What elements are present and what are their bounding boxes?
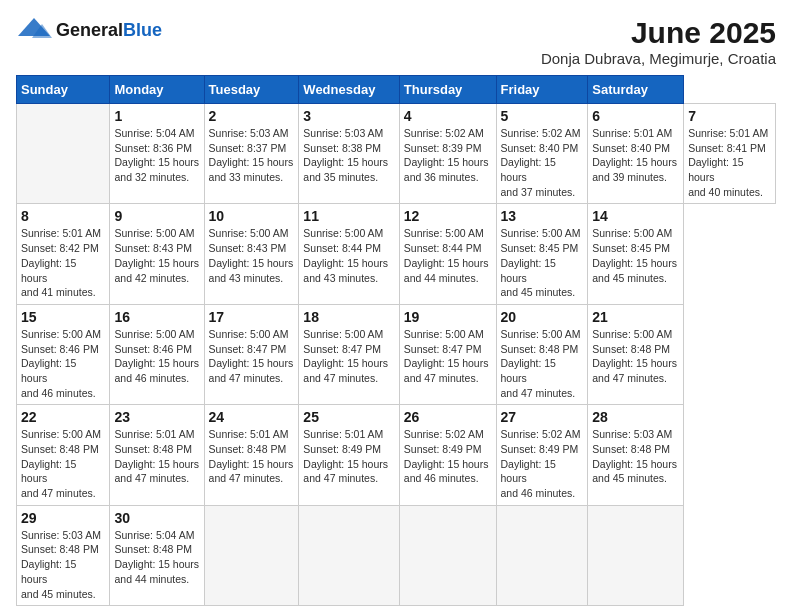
day-cell-3: 3Sunrise: 5:03 AM Sunset: 8:38 PM Daylig… <box>299 104 399 204</box>
day-detail: Sunrise: 5:00 AM Sunset: 8:48 PM Dayligh… <box>21 427 105 500</box>
day-detail: Sunrise: 5:00 AM Sunset: 8:44 PM Dayligh… <box>404 226 492 285</box>
day-cell-10: 10Sunrise: 5:00 AM Sunset: 8:43 PM Dayli… <box>204 204 299 304</box>
day-detail: Sunrise: 5:01 AM Sunset: 8:48 PM Dayligh… <box>209 427 295 486</box>
day-detail: Sunrise: 5:00 AM Sunset: 8:44 PM Dayligh… <box>303 226 394 285</box>
day-detail: Sunrise: 5:01 AM Sunset: 8:48 PM Dayligh… <box>114 427 199 486</box>
day-cell-23: 23Sunrise: 5:01 AM Sunset: 8:48 PM Dayli… <box>110 405 204 505</box>
header-cell-saturday: Saturday <box>588 76 684 104</box>
day-cell-22: 22Sunrise: 5:00 AM Sunset: 8:48 PM Dayli… <box>17 405 110 505</box>
header-cell-monday: Monday <box>110 76 204 104</box>
day-number: 24 <box>209 409 295 425</box>
day-detail: Sunrise: 5:00 AM Sunset: 8:48 PM Dayligh… <box>501 327 584 400</box>
day-cell-11: 11Sunrise: 5:00 AM Sunset: 8:44 PM Dayli… <box>299 204 399 304</box>
day-number: 11 <box>303 208 394 224</box>
day-number: 20 <box>501 309 584 325</box>
header-row: SundayMondayTuesdayWednesdayThursdayFrid… <box>17 76 776 104</box>
day-cell-14: 14Sunrise: 5:00 AM Sunset: 8:45 PM Dayli… <box>588 204 684 304</box>
calendar-subtitle: Donja Dubrava, Megimurje, Croatia <box>541 50 776 67</box>
week-row-1: 8Sunrise: 5:01 AM Sunset: 8:42 PM Daylig… <box>17 204 776 304</box>
day-cell-empty <box>588 505 684 605</box>
logo-general: General <box>56 20 123 40</box>
day-cell-empty <box>496 505 588 605</box>
title-block: June 2025 Donja Dubrava, Megimurje, Croa… <box>541 16 776 67</box>
day-detail: Sunrise: 5:04 AM Sunset: 8:48 PM Dayligh… <box>114 528 199 587</box>
day-cell-16: 16Sunrise: 5:00 AM Sunset: 8:46 PM Dayli… <box>110 304 204 404</box>
day-cell-26: 26Sunrise: 5:02 AM Sunset: 8:49 PM Dayli… <box>399 405 496 505</box>
day-cell-empty <box>17 104 110 204</box>
day-cell-21: 21Sunrise: 5:00 AM Sunset: 8:48 PM Dayli… <box>588 304 684 404</box>
day-detail: Sunrise: 5:01 AM Sunset: 8:41 PM Dayligh… <box>688 126 771 199</box>
day-cell-13: 13Sunrise: 5:00 AM Sunset: 8:45 PM Dayli… <box>496 204 588 304</box>
day-number: 23 <box>114 409 199 425</box>
day-number: 29 <box>21 510 105 526</box>
week-row-2: 15Sunrise: 5:00 AM Sunset: 8:46 PM Dayli… <box>17 304 776 404</box>
day-detail: Sunrise: 5:02 AM Sunset: 8:39 PM Dayligh… <box>404 126 492 185</box>
day-number: 2 <box>209 108 295 124</box>
day-detail: Sunrise: 5:00 AM Sunset: 8:45 PM Dayligh… <box>501 226 584 299</box>
day-detail: Sunrise: 5:02 AM Sunset: 8:49 PM Dayligh… <box>501 427 584 500</box>
page-header: GeneralBlue June 2025 Donja Dubrava, Meg… <box>16 16 776 67</box>
day-cell-7: 7Sunrise: 5:01 AM Sunset: 8:41 PM Daylig… <box>684 104 776 204</box>
day-detail: Sunrise: 5:01 AM Sunset: 8:49 PM Dayligh… <box>303 427 394 486</box>
day-cell-27: 27Sunrise: 5:02 AM Sunset: 8:49 PM Dayli… <box>496 405 588 505</box>
day-number: 14 <box>592 208 679 224</box>
logo-blue: Blue <box>123 20 162 40</box>
calendar-body: 1Sunrise: 5:04 AM Sunset: 8:36 PM Daylig… <box>17 104 776 606</box>
day-number: 3 <box>303 108 394 124</box>
day-cell-24: 24Sunrise: 5:01 AM Sunset: 8:48 PM Dayli… <box>204 405 299 505</box>
header-cell-tuesday: Tuesday <box>204 76 299 104</box>
day-cell-12: 12Sunrise: 5:00 AM Sunset: 8:44 PM Dayli… <box>399 204 496 304</box>
day-cell-19: 19Sunrise: 5:00 AM Sunset: 8:47 PM Dayli… <box>399 304 496 404</box>
day-number: 1 <box>114 108 199 124</box>
day-cell-17: 17Sunrise: 5:00 AM Sunset: 8:47 PM Dayli… <box>204 304 299 404</box>
day-cell-empty <box>204 505 299 605</box>
day-detail: Sunrise: 5:01 AM Sunset: 8:40 PM Dayligh… <box>592 126 679 185</box>
day-number: 6 <box>592 108 679 124</box>
week-row-4: 29Sunrise: 5:03 AM Sunset: 8:48 PM Dayli… <box>17 505 776 605</box>
day-number: 19 <box>404 309 492 325</box>
day-number: 28 <box>592 409 679 425</box>
day-cell-8: 8Sunrise: 5:01 AM Sunset: 8:42 PM Daylig… <box>17 204 110 304</box>
day-number: 7 <box>688 108 771 124</box>
day-detail: Sunrise: 5:04 AM Sunset: 8:36 PM Dayligh… <box>114 126 199 185</box>
day-detail: Sunrise: 5:00 AM Sunset: 8:45 PM Dayligh… <box>592 226 679 285</box>
day-cell-29: 29Sunrise: 5:03 AM Sunset: 8:48 PM Dayli… <box>17 505 110 605</box>
header-cell-sunday: Sunday <box>17 76 110 104</box>
week-row-0: 1Sunrise: 5:04 AM Sunset: 8:36 PM Daylig… <box>17 104 776 204</box>
header-cell-friday: Friday <box>496 76 588 104</box>
week-row-3: 22Sunrise: 5:00 AM Sunset: 8:48 PM Dayli… <box>17 405 776 505</box>
day-number: 9 <box>114 208 199 224</box>
day-cell-18: 18Sunrise: 5:00 AM Sunset: 8:47 PM Dayli… <box>299 304 399 404</box>
day-number: 25 <box>303 409 394 425</box>
day-cell-15: 15Sunrise: 5:00 AM Sunset: 8:46 PM Dayli… <box>17 304 110 404</box>
day-detail: Sunrise: 5:00 AM Sunset: 8:46 PM Dayligh… <box>21 327 105 400</box>
day-number: 21 <box>592 309 679 325</box>
day-cell-2: 2Sunrise: 5:03 AM Sunset: 8:37 PM Daylig… <box>204 104 299 204</box>
day-detail: Sunrise: 5:01 AM Sunset: 8:42 PM Dayligh… <box>21 226 105 299</box>
day-cell-5: 5Sunrise: 5:02 AM Sunset: 8:40 PM Daylig… <box>496 104 588 204</box>
day-detail: Sunrise: 5:00 AM Sunset: 8:43 PM Dayligh… <box>114 226 199 285</box>
day-number: 27 <box>501 409 584 425</box>
logo-icon <box>16 16 52 44</box>
day-number: 15 <box>21 309 105 325</box>
day-number: 12 <box>404 208 492 224</box>
day-cell-empty <box>299 505 399 605</box>
day-cell-30: 30Sunrise: 5:04 AM Sunset: 8:48 PM Dayli… <box>110 505 204 605</box>
day-number: 30 <box>114 510 199 526</box>
day-number: 26 <box>404 409 492 425</box>
day-detail: Sunrise: 5:00 AM Sunset: 8:47 PM Dayligh… <box>303 327 394 386</box>
day-number: 16 <box>114 309 199 325</box>
day-cell-1: 1Sunrise: 5:04 AM Sunset: 8:36 PM Daylig… <box>110 104 204 204</box>
day-cell-6: 6Sunrise: 5:01 AM Sunset: 8:40 PM Daylig… <box>588 104 684 204</box>
day-detail: Sunrise: 5:03 AM Sunset: 8:38 PM Dayligh… <box>303 126 394 185</box>
day-number: 4 <box>404 108 492 124</box>
calendar-header: SundayMondayTuesdayWednesdayThursdayFrid… <box>17 76 776 104</box>
day-cell-20: 20Sunrise: 5:00 AM Sunset: 8:48 PM Dayli… <box>496 304 588 404</box>
header-cell-thursday: Thursday <box>399 76 496 104</box>
logo: GeneralBlue <box>16 16 162 44</box>
day-cell-empty <box>399 505 496 605</box>
header-cell-wednesday: Wednesday <box>299 76 399 104</box>
day-detail: Sunrise: 5:02 AM Sunset: 8:49 PM Dayligh… <box>404 427 492 486</box>
day-detail: Sunrise: 5:00 AM Sunset: 8:48 PM Dayligh… <box>592 327 679 386</box>
day-cell-25: 25Sunrise: 5:01 AM Sunset: 8:49 PM Dayli… <box>299 405 399 505</box>
